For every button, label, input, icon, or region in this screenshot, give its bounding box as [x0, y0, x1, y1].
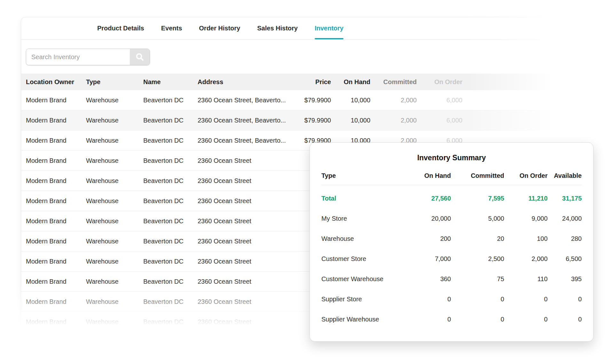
cell-type: Warehouse	[86, 278, 143, 285]
cell-price: $79.9900	[293, 117, 331, 124]
summary-cell-type: Supplier Store	[321, 296, 403, 303]
cell-name: Beaverton DC	[143, 238, 198, 245]
summary-cell-committed: 75	[451, 275, 504, 283]
search-input[interactable]	[26, 49, 130, 65]
tab-inventory[interactable]: Inventory	[315, 17, 343, 39]
summary-cell-on-order: 2,000	[504, 255, 548, 263]
cell-location-owner: Modern Brand	[21, 117, 86, 124]
cell-price: $79.9900	[293, 97, 331, 104]
summary-cell-type: Supplier Warehouse	[321, 316, 403, 323]
search-row	[21, 40, 558, 65]
Beaverton DC[interactable]: Modern Brand Warehouse Beaverton DC 2360…	[21, 90, 558, 110]
cell-address: 2360 Ocean Street, Beaverto...	[198, 117, 293, 124]
cell-location-owner: Modern Brand	[21, 177, 86, 185]
cell-type: Warehouse	[86, 157, 143, 164]
summary-table-body: Total 27,560 7,595 11,210 31,175 My Stor…	[321, 185, 582, 329]
summary-cell-type: My Store	[321, 215, 403, 222]
summary-cell-on-hand: 0	[403, 296, 451, 303]
summary-cell-on-hand: 360	[403, 275, 451, 283]
summary-cell-committed: 7,595	[451, 195, 504, 202]
summary-row-total: Total 27,560 7,595 11,210 31,175	[321, 188, 582, 209]
summary-cell-committed: 0	[451, 296, 504, 303]
column-header-location-owner: Location Owner	[21, 78, 86, 86]
summary-cell-type: Customer Store	[321, 255, 403, 263]
summary-column-on-hand: On Hand	[403, 172, 451, 179]
summary-row-warehouse: Warehouse 200 20 100 280	[321, 229, 582, 249]
summary-cell-committed: 2,500	[451, 255, 504, 263]
summary-cell-available: 280	[547, 235, 582, 242]
column-header-on-hand: On Hand	[331, 78, 370, 86]
summary-row-customer-store: Customer Store 7,000 2,500 2,000 6,500	[321, 249, 582, 269]
summary-cell-available: 6,500	[547, 255, 582, 263]
cell-name: Beaverton DC	[143, 117, 198, 124]
summary-cell-on-order: 0	[504, 296, 548, 303]
cell-name: Beaverton DC	[143, 218, 198, 225]
tab-bar: Product Details Events Order History Sal…	[21, 17, 558, 40]
summary-cell-on-order: 9,000	[504, 215, 548, 222]
cell-location-owner: Modern Brand	[21, 197, 86, 205]
summary-cell-on-order: 0	[504, 316, 548, 323]
cell-location-owner: Modern Brand	[21, 238, 86, 245]
cell-address: 2360 Ocean Street	[198, 278, 293, 285]
tab-label: Sales History	[257, 25, 298, 32]
summary-cell-committed: 5,000	[451, 215, 504, 222]
cell-address: 2360 Ocean Street	[198, 197, 293, 205]
cell-on-order: 6,000	[417, 117, 462, 124]
cell-name: Beaverton DC	[143, 258, 198, 265]
cell-location-owner: Modern Brand	[21, 97, 86, 104]
summary-cell-committed: 20	[451, 235, 504, 242]
cell-location-owner: Modern Brand	[21, 137, 86, 144]
cell-type: Warehouse	[86, 177, 143, 185]
cell-location-owner: Modern Brand	[21, 157, 86, 164]
cell-name: Beaverton DC	[143, 278, 198, 285]
tab-label: Order History	[199, 25, 240, 32]
summary-table-header: Type On Hand Committed On Order Availabl…	[321, 167, 582, 185]
cell-type: Warehouse	[86, 197, 143, 205]
summary-row-customer-warehouse: Customer Warehouse 360 75 110 395	[321, 269, 582, 289]
summary-cell-on-hand: 27,560	[403, 195, 451, 202]
cell-address: 2360 Ocean Street	[198, 318, 293, 326]
search-button[interactable]	[130, 49, 150, 65]
summary-cell-available: 0	[547, 296, 582, 303]
summary-cell-available: 31,175	[547, 195, 582, 202]
cell-location-owner: Modern Brand	[21, 278, 86, 285]
cell-location-owner: Modern Brand	[21, 218, 86, 225]
summary-table: Type On Hand Committed On Order Availabl…	[321, 167, 582, 329]
tab-events[interactable]: Events	[161, 17, 182, 39]
summary-cell-available: 24,000	[547, 215, 582, 222]
cell-location-owner: Modern Brand	[21, 258, 86, 265]
cell-on-hand: 10,000	[331, 117, 370, 124]
cell-type: Warehouse	[86, 318, 143, 326]
summary-column-on-order: On Order	[504, 172, 548, 179]
summary-row-supplier-store: Supplier Store 0 0 0 0	[321, 289, 582, 309]
cell-type: Warehouse	[86, 218, 143, 225]
cell-type: Warehouse	[86, 258, 143, 265]
cell-address: 2360 Ocean Street	[198, 298, 293, 305]
cell-address: 2360 Ocean Street	[198, 218, 293, 225]
summary-cell-type: Total	[321, 195, 403, 202]
cell-name: Beaverton DC	[143, 97, 198, 104]
summary-cell-type: Customer Warehouse	[321, 275, 403, 283]
summary-cell-on-hand: 0	[403, 316, 451, 323]
tab-label: Events	[161, 25, 182, 32]
summary-cell-on-hand: 7,000	[403, 255, 451, 263]
summary-row-supplier-warehouse: Supplier Warehouse 0 0 0 0	[321, 309, 582, 329]
search-icon	[135, 52, 144, 61]
tab-sales-history[interactable]: Sales History	[257, 17, 298, 39]
cell-address: 2360 Ocean Street	[198, 238, 293, 245]
tab-product-details[interactable]: Product Details	[97, 17, 144, 39]
cell-location-owner: Modern Brand	[21, 298, 86, 305]
inventory-summary-title: Inventory Summary	[310, 143, 593, 162]
cell-name: Beaverton DC	[143, 157, 198, 164]
cell-name: Beaverton DC	[143, 137, 198, 144]
Beaverton DC[interactable]: Modern Brand Warehouse Beaverton DC 2360…	[21, 110, 558, 131]
tab-label: Product Details	[97, 25, 144, 32]
cell-address: 2360 Ocean Street	[198, 258, 293, 265]
summary-cell-available: 0	[547, 316, 582, 323]
summary-cell-type: Warehouse	[321, 235, 403, 242]
summary-cell-on-order: 110	[504, 275, 548, 283]
summary-column-available: Available	[547, 172, 582, 179]
cell-type: Warehouse	[86, 137, 143, 144]
tab-order-history[interactable]: Order History	[199, 17, 240, 39]
cell-type: Warehouse	[86, 97, 143, 104]
